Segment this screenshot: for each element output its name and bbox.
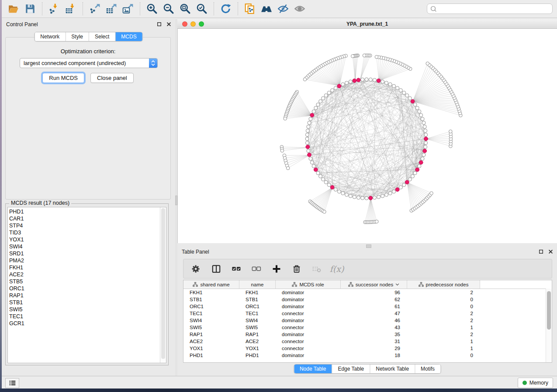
table-cell: SWI5 bbox=[183, 325, 239, 330]
combo-stepper[interactable] bbox=[149, 58, 157, 68]
show-all-button[interactable] bbox=[293, 2, 306, 15]
save-session-icon bbox=[24, 3, 36, 14]
table-scrollbar-thumb[interactable] bbox=[547, 291, 551, 330]
table-cell: TEC1 bbox=[183, 311, 239, 316]
zoom-fit-content-button[interactable] bbox=[179, 2, 192, 15]
desktop-wallpaper-bottom bbox=[0, 389, 557, 392]
add-column-button[interactable] bbox=[271, 263, 282, 275]
mcds-tab-content: Optimization criterion: largest connecte… bbox=[5, 37, 171, 199]
table-row[interactable]: YOX1YOX1connector291 bbox=[183, 345, 552, 352]
tab-node-table[interactable]: Node Table bbox=[294, 364, 332, 373]
task-history-button[interactable] bbox=[5, 378, 19, 388]
table-row[interactable]: SWI4SWI4dominator462 bbox=[183, 317, 552, 324]
zoom-fit-content-icon bbox=[180, 3, 191, 14]
mcds-result-node[interactable]: ORC1 bbox=[9, 285, 160, 292]
table-row[interactable]: ACE2ACE2connector311 bbox=[183, 338, 552, 345]
table-scrollbar[interactable] bbox=[546, 289, 552, 362]
node-table[interactable]: shared namenameMCDS rolesuccessor nodesp… bbox=[183, 280, 552, 363]
import-network-from-file-button[interactable] bbox=[48, 2, 61, 15]
close-panel-icon[interactable] bbox=[166, 21, 172, 27]
mcds-result-node[interactable]: GCR1 bbox=[9, 320, 160, 327]
toggle-columns-button[interactable] bbox=[211, 263, 222, 275]
table-cell: dominator bbox=[276, 318, 341, 323]
save-session-button[interactable] bbox=[24, 2, 37, 15]
mcds-list-scrollbar-thumb[interactable] bbox=[161, 208, 165, 359]
table-row[interactable]: FKH1FKH1dominator962 bbox=[183, 289, 552, 296]
mcds-result-node[interactable]: TEC1 bbox=[9, 313, 160, 320]
clone-network-button[interactable] bbox=[243, 2, 256, 15]
import-network-from-file-icon bbox=[48, 3, 60, 14]
table-row[interactable]: PHD1PHD1dominator180 bbox=[183, 352, 552, 359]
apply-preferred-layout-button[interactable] bbox=[219, 2, 232, 15]
tab-network-table[interactable]: Network Table bbox=[370, 364, 415, 373]
mcds-result-node[interactable]: PHD1 bbox=[9, 208, 160, 215]
float-window-icon[interactable] bbox=[538, 249, 544, 254]
table-cell: 0 bbox=[407, 304, 480, 309]
mcds-result-list[interactable]: PHD1CAR1STP4TID3YOX1SWI4SRD1PMA2FKH1ACE2… bbox=[7, 207, 166, 363]
column-type-icon bbox=[292, 282, 297, 287]
import-table-from-file-button[interactable] bbox=[64, 2, 77, 15]
mcds-result-node[interactable]: SRD1 bbox=[9, 250, 160, 257]
mcds-result-node[interactable]: RAP1 bbox=[9, 292, 160, 299]
search-box[interactable] bbox=[427, 3, 553, 14]
deselect-all-rows-button[interactable] bbox=[251, 263, 262, 275]
mcds-result-node[interactable]: TID3 bbox=[9, 229, 160, 236]
mcds-result-node[interactable]: STB5 bbox=[9, 278, 160, 285]
control-panel-tabs: NetworkStyleSelectMCDS bbox=[34, 32, 142, 41]
mcds-list-scrollbar[interactable] bbox=[160, 207, 166, 363]
table-row[interactable]: ORC1ORC1dominator610 bbox=[183, 303, 552, 310]
tab-motifs[interactable]: Motifs bbox=[415, 364, 440, 373]
zoom-selected-region-button[interactable] bbox=[195, 2, 208, 15]
mcds-result-node[interactable]: STP4 bbox=[9, 222, 160, 229]
mcds-result-node[interactable]: SWI5 bbox=[9, 306, 160, 313]
tab-style[interactable]: Style bbox=[65, 32, 89, 41]
mcds-result-node[interactable]: CAR1 bbox=[9, 215, 160, 222]
mcds-result-node[interactable]: PMA2 bbox=[9, 257, 160, 264]
tab-select[interactable]: Select bbox=[89, 32, 115, 41]
close-panel-icon[interactable] bbox=[548, 249, 554, 254]
network-graph[interactable] bbox=[178, 29, 557, 243]
table-header-row: shared namenameMCDS rolesuccessor nodesp… bbox=[183, 280, 552, 289]
column-header-label: predecessor nodes bbox=[426, 282, 469, 287]
column-header-predecessor-nodes[interactable]: predecessor nodes bbox=[407, 280, 480, 289]
tab-edge-table[interactable]: Edge Table bbox=[332, 364, 370, 373]
network-canvas[interactable] bbox=[177, 29, 557, 243]
table-row[interactable]: SWI5SWI5connector431 bbox=[183, 324, 552, 331]
delete-columns-button[interactable] bbox=[291, 263, 302, 275]
first-neighbors-button[interactable] bbox=[260, 2, 273, 15]
column-header-shared-name[interactable]: shared name bbox=[183, 280, 239, 289]
memory-button[interactable]: Memory bbox=[518, 378, 553, 388]
mcds-result-node[interactable]: YOX1 bbox=[9, 236, 160, 243]
select-all-rows-button[interactable] bbox=[231, 263, 242, 275]
network-view-titlebar[interactable]: YPA_prune.txt_1 bbox=[177, 19, 557, 29]
mcds-result-node[interactable]: FKH1 bbox=[9, 264, 160, 271]
table-cell: SWI4 bbox=[239, 318, 276, 323]
zoom-out-button[interactable] bbox=[162, 2, 175, 15]
table-settings-button[interactable] bbox=[190, 263, 202, 275]
table-cell: 62 bbox=[341, 297, 407, 302]
table-cell: SWI5 bbox=[239, 325, 276, 330]
optimization-criterion-select[interactable]: largest connected component (undirected) bbox=[20, 58, 158, 68]
column-header-successor-nodes[interactable]: successor nodes bbox=[341, 280, 407, 289]
export-image-button[interactable] bbox=[121, 2, 135, 15]
search-input[interactable] bbox=[437, 5, 552, 12]
table-panel-tabs: Node TableEdge TableNetwork TableMotifs bbox=[294, 364, 441, 374]
table-row[interactable]: RAP1RAP1dominator352 bbox=[183, 331, 552, 338]
mcds-result-node[interactable]: STB1 bbox=[9, 299, 160, 306]
close-panel-button[interactable]: Close panel bbox=[90, 73, 134, 83]
column-header-name[interactable]: name bbox=[239, 280, 276, 289]
table-row[interactable]: STB1STB1dominator620 bbox=[183, 296, 552, 303]
mcds-result-node[interactable]: ACE2 bbox=[9, 271, 160, 278]
run-mcds-button[interactable]: Run MCDS bbox=[42, 73, 84, 83]
table-row[interactable]: TEC1TEC1connector472 bbox=[183, 310, 552, 317]
tab-mcds[interactable]: MCDS bbox=[115, 32, 142, 41]
float-window-icon[interactable] bbox=[156, 21, 162, 27]
export-network-button[interactable] bbox=[88, 2, 101, 15]
export-table-button[interactable] bbox=[105, 2, 118, 15]
hide-selected-button[interactable] bbox=[277, 2, 290, 15]
zoom-in-button[interactable] bbox=[145, 2, 159, 15]
open-session-button[interactable] bbox=[7, 2, 20, 15]
tab-network[interactable]: Network bbox=[35, 32, 65, 41]
mcds-result-node[interactable]: SWI4 bbox=[9, 243, 160, 250]
column-header-MCDS-role[interactable]: MCDS role bbox=[276, 280, 341, 289]
